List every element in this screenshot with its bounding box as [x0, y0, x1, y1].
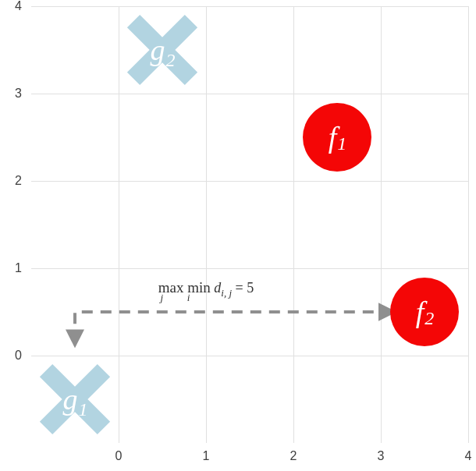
point-label-sub: 1 — [337, 133, 346, 154]
point-label-sub: 2 — [424, 308, 434, 329]
x-tick-label: 3 — [378, 449, 385, 463]
point-label: g2 — [151, 35, 175, 65]
point-label: g1 — [63, 384, 87, 414]
y-tick-label: 0 — [15, 349, 22, 363]
point-label-base: f — [329, 122, 337, 152]
plot-area: f1f2g1g2maxj mini di, j = 5 — [31, 6, 468, 443]
maxmin-distance-annotation: maxj mini di, j = 5 — [158, 279, 254, 296]
x-tick-label: 4 — [465, 449, 472, 463]
point-f-marker: f2 — [390, 278, 459, 346]
y-tick-label: 2 — [15, 174, 22, 188]
x-tick-label: 1 — [203, 449, 210, 463]
x-tick-label: 2 — [290, 449, 297, 463]
gridline-v — [468, 6, 469, 443]
point-f-marker: f1 — [303, 103, 371, 172]
x-tick-label: 0 — [115, 449, 123, 463]
point-g-marker: g1 — [37, 362, 112, 437]
point-g-marker: g2 — [125, 12, 200, 87]
y-tick-label: 4 — [15, 0, 22, 13]
chart: f1f2g1g2maxj mini di, j = 5 0123401234 — [0, 0, 476, 471]
y-tick-label: 3 — [15, 87, 22, 101]
point-label-base: f — [416, 297, 424, 327]
y-tick-label: 1 — [15, 261, 22, 275]
